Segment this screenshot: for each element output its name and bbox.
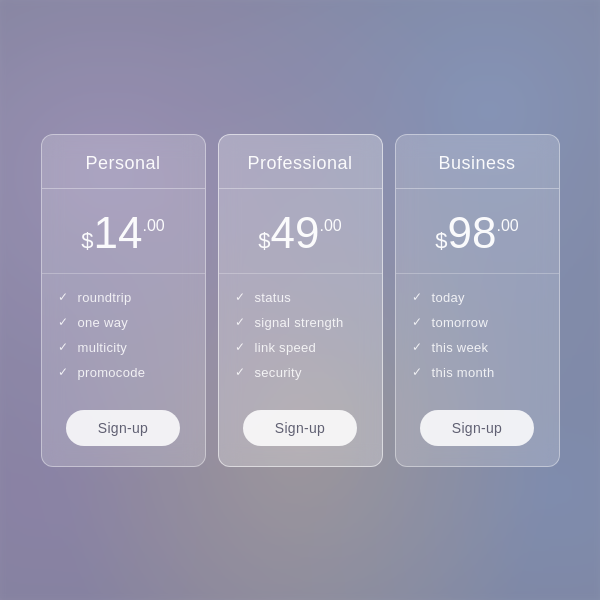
plan-card-business: Business$98.00todaytomorrowthis weekthis… (395, 134, 560, 467)
feature-label: link speed (255, 340, 317, 355)
signup-button-personal[interactable]: Sign-up (66, 410, 180, 446)
plan-header-personal: Personal (42, 135, 205, 189)
checkmark-icon (56, 315, 70, 329)
plan-price-section-business: $98.00 (396, 189, 559, 274)
list-item: this week (410, 340, 545, 355)
price-currency-business: $ (435, 228, 447, 254)
pricing-container: Personal$14.00roundtripone waymulticityp… (21, 114, 580, 487)
signup-section-professional: Sign-up (219, 396, 382, 466)
signup-button-professional[interactable]: Sign-up (243, 410, 357, 446)
feature-label: today (432, 290, 465, 305)
list-item: roundtrip (56, 290, 191, 305)
plan-header-professional: Professional (219, 135, 382, 189)
plan-header-business: Business (396, 135, 559, 189)
feature-label: one way (78, 315, 129, 330)
price-currency-personal: $ (81, 228, 93, 254)
feature-label: multicity (78, 340, 128, 355)
list-item: signal strength (233, 315, 368, 330)
price-amount-business: 98 (448, 211, 497, 255)
list-item: link speed (233, 340, 368, 355)
checkmark-icon (233, 365, 247, 379)
plan-name-business: Business (406, 153, 549, 174)
checkmark-icon (410, 315, 424, 329)
list-item: one way (56, 315, 191, 330)
price-cents-business: .00 (496, 217, 518, 235)
plan-price-section-personal: $14.00 (42, 189, 205, 274)
plan-card-professional: Professional$49.00statussignal strengthl… (218, 134, 383, 467)
checkmark-icon (233, 340, 247, 354)
checkmark-icon (410, 290, 424, 304)
feature-label: signal strength (255, 315, 344, 330)
price-cents-personal: .00 (142, 217, 164, 235)
checkmark-icon (233, 315, 247, 329)
list-item: tomorrow (410, 315, 545, 330)
feature-label: this month (432, 365, 495, 380)
checkmark-icon (56, 365, 70, 379)
list-item: multicity (56, 340, 191, 355)
list-item: today (410, 290, 545, 305)
price-cents-professional: .00 (319, 217, 341, 235)
features-list-personal: roundtripone waymulticitypromocode (42, 274, 205, 396)
checkmark-icon (410, 340, 424, 354)
features-list-professional: statussignal strengthlink speedsecurity (219, 274, 382, 396)
price-amount-personal: 14 (94, 211, 143, 255)
list-item: security (233, 365, 368, 380)
feature-label: promocode (78, 365, 146, 380)
list-item: status (233, 290, 368, 305)
signup-button-business[interactable]: Sign-up (420, 410, 534, 446)
plan-card-personal: Personal$14.00roundtripone waymulticityp… (41, 134, 206, 467)
price-amount-professional: 49 (271, 211, 320, 255)
feature-label: tomorrow (432, 315, 489, 330)
list-item: promocode (56, 365, 191, 380)
list-item: this month (410, 365, 545, 380)
checkmark-icon (56, 290, 70, 304)
plan-name-professional: Professional (229, 153, 372, 174)
checkmark-icon (233, 290, 247, 304)
feature-label: roundtrip (78, 290, 132, 305)
feature-label: security (255, 365, 302, 380)
signup-section-business: Sign-up (396, 396, 559, 466)
plan-price-section-professional: $49.00 (219, 189, 382, 274)
checkmark-icon (410, 365, 424, 379)
price-currency-professional: $ (258, 228, 270, 254)
feature-label: status (255, 290, 291, 305)
checkmark-icon (56, 340, 70, 354)
plan-name-personal: Personal (52, 153, 195, 174)
features-list-business: todaytomorrowthis weekthis month (396, 274, 559, 396)
feature-label: this week (432, 340, 489, 355)
signup-section-personal: Sign-up (42, 396, 205, 466)
